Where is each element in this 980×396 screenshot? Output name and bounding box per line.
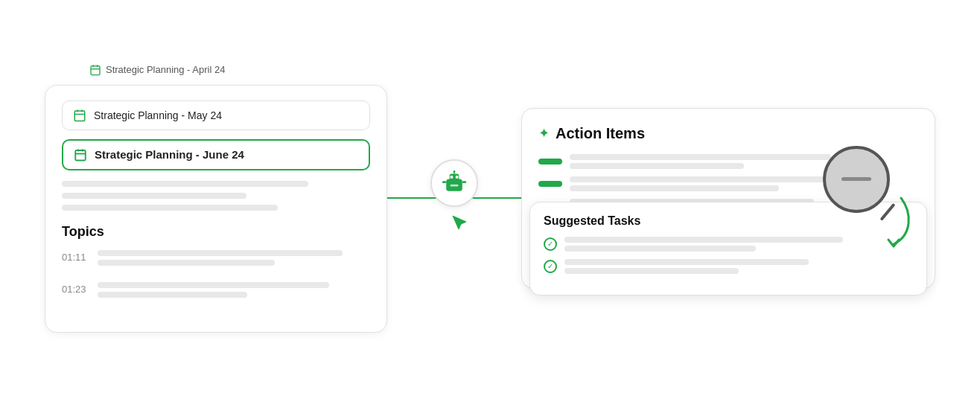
right-card: ✦ Action Items [521,108,935,289]
action-skel-1a [570,154,831,160]
meeting-item-may-label: Strategic Planning - May 24 [94,109,222,121]
topics-title: Topics [62,224,370,240]
topic-time-1: 01:11 [62,250,89,263]
action-items-header: ✦ Action Items [538,125,918,142]
topic-skel-2b [98,292,247,298]
task-text-2 [564,259,913,274]
svg-rect-16 [451,176,454,179]
suggested-title: Suggested Tasks [544,214,913,228]
topic-lines-1 [98,250,370,272]
check-mark-1: ✓ [547,240,553,248]
topic-skel-1a [98,250,343,256]
arrow-container [860,191,920,253]
svg-rect-0 [91,66,100,74]
task-skel-2a [564,259,809,265]
topic-lines-2 [98,282,370,304]
arrow-icon [860,191,920,250]
svg-rect-19 [442,181,446,183]
left-section: Strategic Planning - April 24 Strategic … [45,64,387,333]
meeting-item-june[interactable]: Strategic Planning - June 24 [62,139,370,170]
task-row-2: ✓ [544,259,913,274]
right-section: ✦ Action Items [521,108,935,289]
topic-row-2: 01:23 [62,282,370,304]
svg-rect-20 [462,181,466,183]
robot-circle [430,159,478,207]
floating-label-text: Strategic Planning - April 24 [106,64,225,75]
robot-icon [441,170,468,197]
left-card: Strategic Planning - May 24 Strategic Pl… [45,85,387,333]
meeting-item-june-label: Strategic Planning - June 24 [95,148,244,161]
calendar-icon-june [74,148,87,162]
middle-section [387,159,521,237]
check-circle-2: ✓ [544,260,557,273]
check-circle-1: ✓ [544,237,557,251]
action-skel-2b [570,185,779,191]
calendar-icon-may [73,109,86,122]
svg-rect-18 [451,185,459,187]
topic-skel-1b [98,260,275,266]
action-bar-1 [538,159,562,165]
svg-rect-8 [75,150,86,161]
sparkle-icon: ✦ [538,125,550,141]
calendar-icon-sm [89,64,101,76]
task-row-1: ✓ [544,237,913,252]
action-bar-2 [538,181,562,187]
skeleton-line-1 [62,181,308,187]
skeleton-line-2 [62,193,246,199]
cursor-icon [450,213,471,237]
svg-rect-17 [456,176,459,179]
svg-point-15 [454,170,456,173]
action-skel-1b [570,163,744,169]
svg-rect-4 [74,111,85,121]
task-skel-1a [564,237,843,243]
meeting-item-may[interactable]: Strategic Planning - May 24 [62,100,370,130]
action-items-title: Action Items [556,125,645,142]
topic-time-2: 01:23 [62,282,89,295]
topic-row-1: 01:11 [62,250,370,272]
magnify-line [841,177,871,181]
action-skel-2a [570,176,866,182]
topic-skel-2a [98,282,329,288]
check-mark-2: ✓ [547,262,553,270]
topics-section: Topics 01:11 01:23 [62,224,370,304]
robot-icon-container [430,159,478,237]
skeleton-line-3 [62,205,278,211]
task-skel-2b [564,268,739,274]
task-skel-1b [564,246,756,252]
skeleton-lines-top [62,181,370,211]
floating-label: Strategic Planning - April 24 [89,64,225,76]
